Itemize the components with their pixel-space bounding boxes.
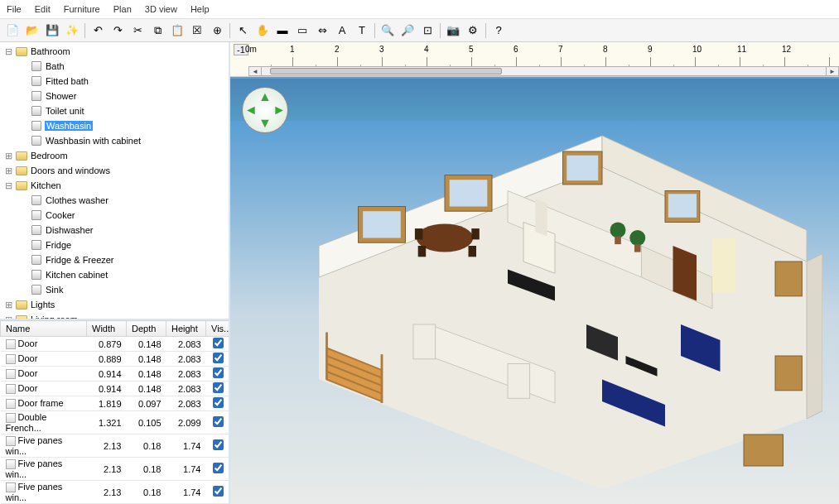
tree-toggle-icon[interactable]: ⊞ bbox=[3, 300, 13, 310]
tree-node-sink[interactable]: Sink bbox=[0, 282, 229, 297]
help-button[interactable]: ? bbox=[489, 22, 508, 40]
table-row[interactable]: Five panes win...2.130.181.74 bbox=[1, 458, 229, 481]
visible-checkbox[interactable] bbox=[213, 397, 224, 408]
visible-checkbox[interactable] bbox=[213, 353, 224, 363]
table-row[interactable]: Door0.9140.1482.083 bbox=[1, 382, 229, 396]
nav-up-icon[interactable]: ▲ bbox=[258, 89, 272, 104]
paste-button[interactable]: 📋 bbox=[168, 22, 186, 40]
col-header-height[interactable]: Height bbox=[166, 321, 206, 337]
svg-marker-24 bbox=[535, 199, 547, 237]
visible-checkbox[interactable] bbox=[213, 382, 224, 393]
tree-node-fridge-freezer[interactable]: Fridge & Freezer bbox=[0, 252, 229, 267]
tree-node-fridge[interactable]: Fridge bbox=[0, 238, 229, 252]
visible-checkbox[interactable] bbox=[213, 416, 224, 427]
table-row[interactable]: Double French...1.3210.1052.099 bbox=[1, 411, 229, 434]
tree-node-clothes-washer[interactable]: Clothes washer bbox=[0, 193, 229, 208]
table-row[interactable]: Five panes win...2.130.181.74 bbox=[1, 434, 229, 458]
tree-node-bath[interactable]: Bath bbox=[0, 59, 229, 74]
add-furniture-button[interactable]: ⊕ bbox=[208, 22, 226, 40]
tree-node-shower[interactable]: Shower bbox=[0, 89, 229, 103]
menu-edit[interactable]: Edit bbox=[28, 2, 57, 17]
delete-button[interactable]: ☒ bbox=[188, 22, 206, 40]
menu-3d-view[interactable]: 3D view bbox=[138, 2, 184, 17]
save-button[interactable]: 💾 bbox=[43, 22, 61, 40]
tree-toggle-icon[interactable]: ⊞ bbox=[3, 166, 13, 175]
new-button[interactable]: 📄 bbox=[3, 22, 22, 40]
tree-node-lights[interactable]: ⊞Lights bbox=[0, 297, 229, 312]
wand-button[interactable]: ✨ bbox=[63, 22, 81, 40]
nav-right-icon[interactable]: ► bbox=[272, 103, 286, 118]
scroll-left-button[interactable]: ◄ bbox=[248, 66, 262, 76]
visible-checkbox[interactable] bbox=[213, 463, 224, 473]
tree-node-dishwasher[interactable]: Dishwasher bbox=[0, 223, 229, 238]
tree-toggle-icon[interactable]: ⊟ bbox=[3, 46, 13, 56]
col-header-width[interactable]: Width bbox=[87, 321, 127, 337]
zoom-minus-button[interactable]: 🔎 bbox=[398, 22, 417, 40]
tree-toggle-icon[interactable]: ⊞ bbox=[3, 151, 13, 161]
zoom-plus-button[interactable]: 🔍 bbox=[379, 22, 397, 40]
nav-down-icon[interactable]: ▼ bbox=[258, 116, 272, 131]
menu-help[interactable]: Help bbox=[184, 2, 216, 17]
furniture-table[interactable]: NameWidthDepthHeightVis... Door0.8790.14… bbox=[0, 320, 229, 504]
nav-left-icon[interactable]: ◄ bbox=[244, 103, 258, 118]
tree-node-kitchen-cabinet[interactable]: Kitchen cabinet bbox=[0, 267, 229, 282]
ruler[interactable]: -1 0m123456789101112 ◄ ► bbox=[230, 42, 839, 77]
undo-button[interactable]: ↶ bbox=[89, 22, 107, 40]
scroll-thumb[interactable] bbox=[270, 68, 502, 74]
tree-toggle-icon bbox=[18, 121, 28, 131]
scroll-track[interactable] bbox=[262, 66, 826, 76]
view-3d[interactable]: ▲ ▼ ◄ ► bbox=[230, 77, 839, 504]
table-row[interactable]: Door frame1.8190.0972.083 bbox=[1, 396, 229, 411]
redo-button[interactable]: ↷ bbox=[108, 22, 127, 40]
wall-button[interactable]: ▬ bbox=[273, 22, 292, 40]
tree-node-doors-and-windows[interactable]: ⊞Doors and windows bbox=[0, 163, 229, 178]
table-row[interactable]: Five panes win...2.130.181.74 bbox=[1, 481, 229, 504]
open-button[interactable]: 📂 bbox=[23, 22, 41, 40]
svg-rect-42 bbox=[413, 324, 436, 359]
copy-button[interactable]: ⧉ bbox=[148, 22, 166, 40]
menu-furniture[interactable]: Furniture bbox=[57, 2, 107, 17]
tree-node-cooker[interactable]: Cooker bbox=[0, 208, 229, 223]
tree-node-bathroom[interactable]: ⊟Bathroom bbox=[0, 44, 229, 59]
tree-node-bedroom[interactable]: ⊞Bedroom bbox=[0, 148, 229, 163]
scroll-right-button[interactable]: ► bbox=[826, 66, 839, 76]
tree-node-kitchen[interactable]: ⊟Kitchen bbox=[0, 178, 229, 193]
preferences-button[interactable]: ⚙ bbox=[464, 22, 482, 40]
dimension-button[interactable]: ⇔ bbox=[313, 22, 331, 40]
visible-checkbox[interactable] bbox=[213, 338, 224, 348]
camera-button[interactable]: 📷 bbox=[444, 22, 462, 40]
wall-icon: ▬ bbox=[277, 24, 288, 36]
furniture-item-icon bbox=[30, 194, 43, 207]
tree-node-toilet-unit[interactable]: Toilet unit bbox=[0, 103, 229, 118]
col-header-name[interactable]: Name bbox=[1, 321, 87, 337]
table-row[interactable]: Door0.9140.1482.083 bbox=[1, 367, 229, 382]
hand-button[interactable]: ✋ bbox=[253, 22, 272, 40]
tree-node-living-room[interactable]: ⊞Living room bbox=[0, 312, 229, 319]
furniture-catalog-tree[interactable]: ⊟BathroomBathFitted bathShowerToilet uni… bbox=[0, 42, 229, 319]
save-icon: 💾 bbox=[46, 24, 59, 36]
col-header-vis[interactable]: Vis... bbox=[206, 321, 229, 337]
text-button[interactable]: T bbox=[353, 22, 371, 40]
horizontal-scrollbar[interactable]: ◄ ► bbox=[248, 66, 839, 76]
cut-button[interactable]: ✂ bbox=[128, 22, 147, 40]
table-row[interactable]: Door0.8890.1482.083 bbox=[1, 352, 229, 367]
tree-node-washbasin-with-cabinet[interactable]: Washbasin with cabinet bbox=[0, 133, 229, 148]
room-button[interactable]: ▭ bbox=[293, 22, 311, 40]
visible-checkbox[interactable] bbox=[213, 486, 224, 497]
col-header-depth[interactable]: Depth bbox=[127, 321, 166, 337]
visible-checkbox[interactable] bbox=[213, 367, 224, 378]
label-button[interactable]: A bbox=[333, 22, 351, 40]
table-row[interactable]: Door0.8790.1482.083 bbox=[1, 337, 229, 352]
tree-label: Kitchen bbox=[30, 180, 62, 190]
menu-file[interactable]: File bbox=[0, 2, 28, 17]
zoom-button[interactable]: ⊡ bbox=[418, 22, 436, 40]
tree-node-fitted-bath[interactable]: Fitted bath bbox=[0, 74, 229, 89]
toolbar-separator bbox=[374, 23, 375, 38]
visible-checkbox[interactable] bbox=[213, 439, 224, 450]
dimension-icon: ⇔ bbox=[318, 24, 327, 36]
menu-plan[interactable]: Plan bbox=[107, 2, 138, 17]
tree-label: Sink bbox=[45, 285, 64, 295]
tree-node-washbasin[interactable]: Washbasin bbox=[0, 118, 229, 133]
tree-toggle-icon[interactable]: ⊟ bbox=[3, 180, 13, 190]
pointer-button[interactable]: ↖ bbox=[234, 22, 252, 40]
